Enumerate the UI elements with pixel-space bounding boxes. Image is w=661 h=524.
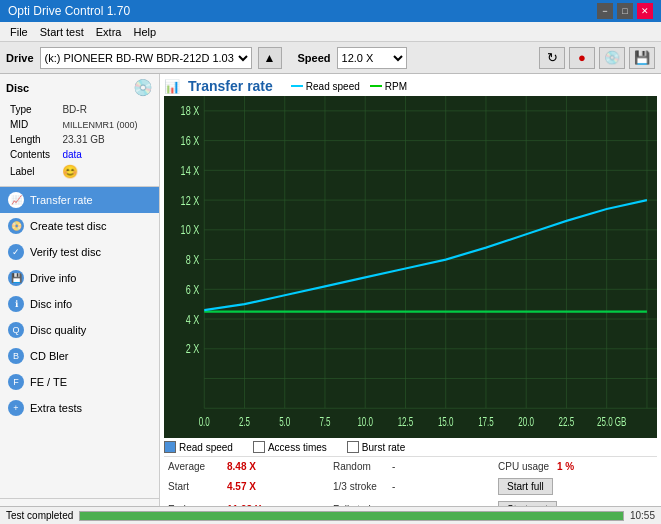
- disc-button[interactable]: 💿: [599, 47, 625, 69]
- type-label: Type: [8, 103, 58, 116]
- nav-disc-info[interactable]: ℹ Disc info: [0, 291, 159, 317]
- length-value: 23.31 GB: [60, 133, 151, 146]
- menu-help[interactable]: Help: [127, 24, 162, 40]
- legend-rpm-dot: [370, 85, 382, 87]
- nav-disc-quality[interactable]: Q Disc quality: [0, 317, 159, 343]
- mid-value: MILLENMR1 (000): [60, 118, 151, 131]
- svg-text:0.0: 0.0: [199, 416, 210, 429]
- drivebar: Drive (k:) PIONEER BD-RW BDR-212D 1.03 ▲…: [0, 42, 661, 74]
- menubar: File Start test Extra Help: [0, 22, 661, 42]
- drive-label: Drive: [6, 52, 34, 64]
- stat-cpu-label: CPU usage: [498, 461, 553, 472]
- drive-select[interactable]: (k:) PIONEER BD-RW BDR-212D 1.03: [40, 47, 252, 69]
- svg-text:10.0: 10.0: [357, 416, 373, 429]
- nav-extra-tests[interactable]: + Extra tests: [0, 395, 159, 421]
- stat-start-row: Start 4.57 X: [164, 476, 327, 497]
- refresh-button[interactable]: ↻: [539, 47, 565, 69]
- menu-file[interactable]: File: [4, 24, 34, 40]
- chart-checkboxes: Read speed Access times Burst rate: [164, 438, 657, 456]
- chk-access-times-box[interactable]: [253, 441, 265, 453]
- titlebar: Opti Drive Control 1.70 − □ ✕: [0, 0, 661, 22]
- stat-1-3-stroke-label: 1/3 stroke: [333, 481, 388, 492]
- stat-average-value: 8.48 X: [227, 461, 267, 472]
- svg-text:10 X: 10 X: [181, 223, 200, 237]
- checkbox-access-times[interactable]: Access times: [253, 441, 327, 453]
- nav-transfer-rate[interactable]: 📈 Transfer rate: [0, 187, 159, 213]
- progress-time: 10:55: [630, 510, 655, 521]
- nav-icon-transfer-rate: 📈: [8, 192, 24, 208]
- speed-select[interactable]: 12.0 X: [337, 47, 407, 69]
- nav-icon-create: 📀: [8, 218, 24, 234]
- svg-text:2.5: 2.5: [239, 416, 250, 429]
- svg-text:25.0 GB: 25.0 GB: [597, 416, 627, 429]
- nav-fe-te[interactable]: F FE / TE: [0, 369, 159, 395]
- svg-text:18 X: 18 X: [181, 104, 200, 118]
- close-button[interactable]: ✕: [637, 3, 653, 19]
- svg-text:15.0: 15.0: [438, 416, 454, 429]
- minimize-button[interactable]: −: [597, 3, 613, 19]
- progress-bar-area: Test completed 10:55: [0, 506, 661, 524]
- nav-create-test-disc[interactable]: 📀 Create test disc: [0, 213, 159, 239]
- nav-cd-bler[interactable]: B CD Bler: [0, 343, 159, 369]
- stat-random-label: Random: [333, 461, 388, 472]
- speed-label: Speed: [298, 52, 331, 64]
- eject-button[interactable]: ▲: [258, 47, 282, 69]
- stat-1-3-stroke-row: 1/3 stroke -: [329, 476, 492, 497]
- chk-read-speed-label: Read speed: [179, 442, 233, 453]
- stat-start-label: Start: [168, 481, 223, 492]
- chk-read-speed-box[interactable]: [164, 441, 176, 453]
- maximize-button[interactable]: □: [617, 3, 633, 19]
- main-layout: Disc 💿 Type BD-R MID MILLENMR1 (000) Len…: [0, 74, 661, 524]
- svg-text:7.5: 7.5: [319, 416, 330, 429]
- disc-icon: 💿: [133, 78, 153, 97]
- nav-verify-test-disc[interactable]: ✓ Verify test disc: [0, 239, 159, 265]
- legend-read-speed: Read speed: [291, 81, 360, 92]
- start-full-button[interactable]: Start full: [498, 478, 553, 495]
- disc-panel: Disc 💿 Type BD-R MID MILLENMR1 (000) Len…: [0, 74, 159, 187]
- legend-read-label: Read speed: [306, 81, 360, 92]
- stat-random-row: Random -: [329, 459, 492, 474]
- save-button[interactable]: 💾: [629, 47, 655, 69]
- svg-text:14 X: 14 X: [181, 163, 200, 177]
- stat-cpu-row: CPU usage 1 %: [494, 459, 657, 474]
- nav-label-transfer-rate: Transfer rate: [30, 194, 93, 206]
- legend-rpm-label: RPM: [385, 81, 407, 92]
- nav-icon-extra: +: [8, 400, 24, 416]
- nav-icon-verify: ✓: [8, 244, 24, 260]
- svg-text:8 X: 8 X: [186, 252, 200, 266]
- action-buttons: ↻ ● 💿 💾: [539, 47, 655, 69]
- nav-label-extra: Extra tests: [30, 402, 82, 414]
- checkbox-burst-rate[interactable]: Burst rate: [347, 441, 405, 453]
- stat-random-value: -: [392, 461, 432, 472]
- chart-area: 📊 Transfer rate Read speed RPM: [160, 74, 661, 524]
- nav-label-bler: CD Bler: [30, 350, 69, 362]
- chart-title: Transfer rate: [188, 78, 273, 94]
- label-label: Label: [8, 163, 58, 180]
- checkbox-read-speed[interactable]: Read speed: [164, 441, 233, 453]
- length-label: Length: [8, 133, 58, 146]
- contents-label: Contents: [8, 148, 58, 161]
- legend-rpm: RPM: [370, 81, 407, 92]
- chart-svg-container: 18 X 16 X 14 X 12 X 10 X 8 X 6 X 4 X 2 X…: [164, 96, 657, 438]
- nav-icon-fete: F: [8, 374, 24, 390]
- record-button[interactable]: ●: [569, 47, 595, 69]
- window-controls: − □ ✕: [597, 3, 653, 19]
- svg-text:6 X: 6 X: [186, 282, 200, 296]
- nav-label-disc: Disc info: [30, 298, 72, 310]
- svg-text:22.5: 22.5: [559, 416, 575, 429]
- svg-text:5.0: 5.0: [279, 416, 290, 429]
- menu-extra[interactable]: Extra: [90, 24, 128, 40]
- chk-access-times-label: Access times: [268, 442, 327, 453]
- disc-section-label: Disc: [6, 82, 29, 94]
- nav-drive-info[interactable]: 💾 Drive info: [0, 265, 159, 291]
- menu-start-test[interactable]: Start test: [34, 24, 90, 40]
- chart-svg: 18 X 16 X 14 X 12 X 10 X 8 X 6 X 4 X 2 X…: [164, 96, 657, 438]
- svg-text:16 X: 16 X: [181, 133, 200, 147]
- chart-header: 📊 Transfer rate Read speed RPM: [164, 78, 657, 94]
- nav-icon-disc: ℹ: [8, 296, 24, 312]
- stat-average-row: Average 8.48 X: [164, 459, 327, 474]
- progress-fill: [80, 512, 623, 520]
- stat-cpu-value: 1 %: [557, 461, 597, 472]
- chk-burst-rate-box[interactable]: [347, 441, 359, 453]
- nav-label-verify: Verify test disc: [30, 246, 101, 258]
